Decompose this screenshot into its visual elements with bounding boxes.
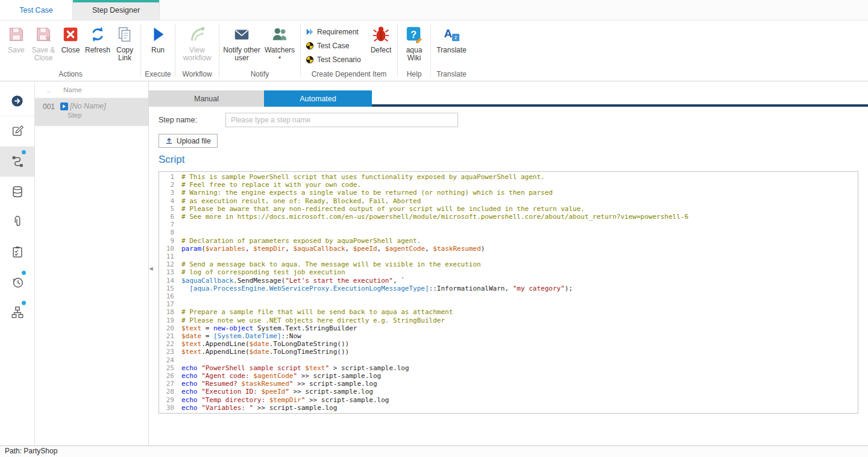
sidebar-item-attachments[interactable] [0,207,34,237]
ribbon-separator [175,24,175,77]
mode-tab-bar: Manual Automated [149,90,868,107]
step-name-row: Step name: [159,113,868,127]
sidebar-item-hierarchy[interactable] [0,297,34,327]
close-icon [61,25,80,43]
view-workflow-button[interactable]: View workflow [178,24,216,62]
watchers-icon [271,25,289,43]
ribbon-group-execute: Run Execute [142,20,174,81]
step-editor-panel: Manual Automated Step name: Upload file … [149,81,868,446]
close-button[interactable]: Close [57,24,84,54]
sidebar-item-history[interactable] [0,267,34,297]
upload-file-button[interactable]: Upload file [159,134,218,148]
step-list-item[interactable]: 001 [No Name] Step [35,98,148,126]
watchers-button[interactable]: Watchers ▾ [262,24,298,60]
ribbon-group-label-create-dependent: Create Dependent Item [303,70,395,81]
window-tab-bar: Test Case Step Designer [0,0,868,20]
refresh-icon [89,25,107,43]
run-icon [149,25,167,43]
defect-bug-icon [372,25,390,43]
sidebar-item-expand[interactable] [0,86,34,116]
code-area[interactable]: # This is sample PowerShell script that … [178,172,858,413]
panel-collapse-handle[interactable]: ◀ [148,263,154,273]
steps-column-dots[interactable]: .. [35,86,58,93]
step-number: 001 [35,98,58,126]
tab-test-case[interactable]: Test Case [0,0,72,20]
ribbon-group-label-translate: Translate [433,70,470,81]
ribbon-group-label-workflow: Workflow [178,70,216,81]
run-button[interactable]: Run [143,24,172,54]
create-test-case-button[interactable]: Test Case [303,39,367,52]
history-clock-icon [11,276,24,289]
ribbon-group-notify: Notify other user Watchers ▾ Notify [220,20,300,81]
script-heading: Script [159,154,868,166]
notification-dot [22,301,26,305]
edit-pencil-icon [11,125,24,138]
notify-other-user-button[interactable]: Notify other user [222,24,262,62]
step-title: [No Name] [70,102,106,110]
left-icon-sidebar [0,81,35,446]
help-question-icon: ? [405,25,423,43]
steps-flow-icon [11,155,24,168]
code-gutter: 1234567891011121314151617181920212223242… [159,172,178,413]
test-case-icon [306,42,314,50]
steps-column-name[interactable]: Name [58,86,82,93]
ribbon-group-help: ? aqua Wiki Help [398,20,430,81]
tab-step-designer[interactable]: Step Designer [72,0,160,20]
sitemap-icon [11,306,24,319]
tab-manual[interactable]: Manual [149,90,264,107]
translate-button[interactable]: Az Translate [433,24,470,54]
ribbon-separator [300,24,301,77]
svg-text:?: ? [410,30,417,40]
copy-link-button[interactable]: Copy Link [112,24,138,62]
database-icon [11,185,24,198]
ribbon-group-label-actions: Actions [3,70,138,81]
notification-dot [22,271,26,275]
sidebar-item-data[interactable] [0,177,34,207]
create-defect-button[interactable]: Defect [367,24,395,54]
ribbon-separator [397,24,398,77]
save-button[interactable]: Save [3,24,30,54]
script-code-editor[interactable]: 1234567891011121314151617181920212223242… [159,171,858,414]
create-requirement-button[interactable]: Requirement [303,25,367,39]
ribbon-separator [219,24,219,77]
app-window: Test Case Step Designer Save Save & Clos… [0,0,868,457]
refresh-button[interactable]: Refresh [84,24,112,54]
translate-icon: Az [442,25,461,43]
aqua-wiki-button[interactable]: ? aqua Wiki [400,24,428,62]
step-name-label: Step name: [159,116,225,124]
copy-link-icon [116,25,134,43]
ribbon-group-workflow: View workflow Workflow [176,20,218,81]
steps-panel: .. Name 001 [No Name] Step [35,81,149,446]
sidebar-item-checklist[interactable] [0,237,34,267]
step-name-input[interactable] [225,113,458,127]
status-bar: Path: PartyShop [0,446,868,457]
svg-text:A: A [444,27,453,40]
ribbon-group-actions: Save Save & Close Close Refresh Copy Lin… [1,20,140,81]
tab-automated[interactable]: Automated [264,90,372,107]
automated-step-icon [60,102,68,110]
notification-dot [22,150,26,154]
ribbon-group-create-dependent: Requirement Test Case Test Scenario Defe… [301,20,397,81]
save-and-close-icon [34,25,52,43]
ribbon-group-translate: Az Translate Translate [432,20,471,81]
tab-bar-underline [372,90,868,107]
sidebar-item-steps[interactable] [0,147,34,177]
main-body: .. Name 001 [No Name] Step Manual [0,81,868,446]
save-and-close-button[interactable]: Save & Close [30,24,57,62]
test-scenario-icon [306,55,314,64]
upload-icon [165,137,173,145]
svg-text:z: z [454,34,458,40]
paperclip-icon [11,215,24,228]
steps-panel-header: .. Name [35,81,148,98]
save-icon [7,25,25,43]
ribbon-separator [140,24,141,77]
view-workflow-icon [188,25,206,43]
step-subtitle: Step [68,112,106,119]
create-test-scenario-button[interactable]: Test Scenario [303,52,367,66]
sidebar-item-edit[interactable] [0,116,34,147]
ribbon-toolbar: Save Save & Close Close Refresh Copy Lin… [0,20,868,81]
ribbon-separator [430,24,431,77]
ribbon-group-label-notify: Notify [222,70,298,81]
checklist-icon [11,245,24,259]
requirement-icon [306,28,314,36]
